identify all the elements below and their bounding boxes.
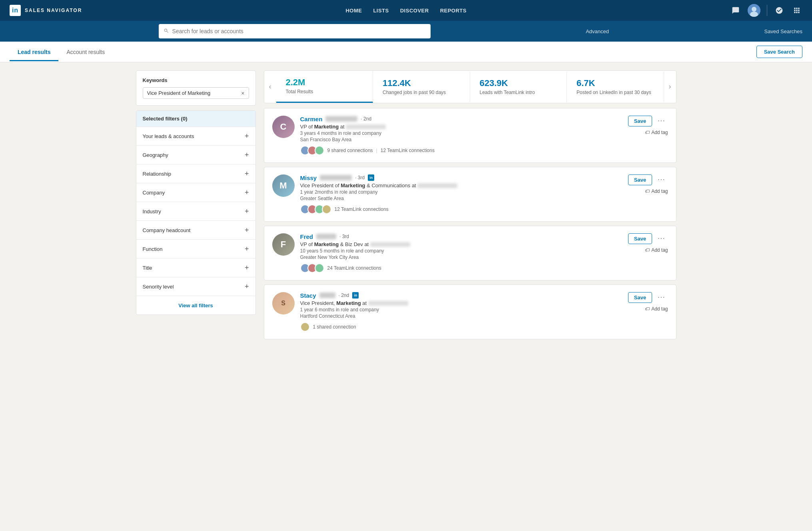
saved-searches-button[interactable]: Saved Searches — [764, 28, 802, 34]
search-input[interactable] — [172, 28, 426, 34]
conn-avatars-4 — [300, 322, 310, 332]
filter-seniority[interactable]: Senority level + — [136, 277, 255, 296]
add-tag-3-label: Add tag — [651, 247, 668, 253]
save-lead-3-button[interactable]: Save — [628, 233, 652, 244]
conn-avatar-1c — [315, 146, 324, 155]
lead-name-2[interactable]: Missy — [300, 174, 317, 181]
svg-point-1 — [752, 7, 756, 12]
advanced-button[interactable]: Advanced — [586, 28, 609, 34]
lead-company-blurred-1 — [346, 124, 386, 129]
filter-expand-relationship: + — [245, 170, 249, 177]
filter-function[interactable]: Function + — [136, 239, 255, 258]
keywords-clear-button[interactable]: × — [241, 90, 244, 96]
lead-card-3: F Fred · 3rd VP of Marketing & Biz Dev a… — [264, 226, 676, 281]
more-options-1-button[interactable]: ··· — [655, 116, 668, 126]
nav-reports[interactable]: REPORTS — [440, 6, 467, 15]
filter-label-industry: Industry — [143, 208, 161, 214]
lead-info-4: Stacy · 2nd in Vice President, Marketing… — [300, 292, 622, 332]
lead-connections-2: 12 TeamLink connections — [300, 204, 622, 214]
search-input-wrap[interactable] — [159, 24, 431, 38]
save-lead-1-button[interactable]: Save — [628, 116, 652, 126]
stat-posted-label: Posted on LinkedIn in past 30 days — [577, 90, 654, 96]
view-all-link[interactable]: View all filters — [178, 303, 213, 309]
filter-label-relationship: Relationship — [143, 171, 172, 177]
filter-your-leads[interactable]: Your leads & accounts + — [136, 126, 255, 145]
add-tag-4-button[interactable]: 🏷 Add tag — [645, 306, 668, 312]
lead-avatar-1: C — [272, 116, 295, 138]
save-lead-4-button[interactable]: Save — [628, 292, 652, 303]
lead-card-4: S Stacy · 2nd in Vice President, Marketi… — [264, 285, 676, 339]
filter-expand-title: + — [245, 264, 249, 271]
filter-headcount[interactable]: Company headcount + — [136, 220, 255, 239]
more-options-4-button[interactable]: ··· — [655, 292, 668, 303]
add-tag-1-button[interactable]: 🏷 Add tag — [645, 130, 668, 135]
lead-degree-2: · 3rd — [355, 175, 365, 180]
filter-title[interactable]: Title + — [136, 258, 255, 277]
more-options-2-button[interactable]: ··· — [655, 174, 668, 185]
logo-area[interactable]: in SALES NAVIGATOR — [10, 5, 82, 16]
lead-lastname-blurred-4 — [319, 293, 335, 298]
profile-icon[interactable] — [774, 5, 785, 16]
lead-tenure-4: 1 year 6 months in role and company — [300, 307, 622, 313]
filter-expand-headcount: + — [245, 226, 249, 234]
tag-icon-3: 🏷 — [645, 247, 650, 253]
lead-name-row-3: Fred · 3rd — [300, 233, 622, 240]
filter-expand-your-leads: + — [245, 132, 249, 140]
stat-changed-jobs-number: 112.4K — [383, 78, 460, 88]
filter-expand-industry: + — [245, 208, 249, 215]
conn-avatar-3c — [315, 263, 324, 273]
tab-lead-results[interactable]: Lead results — [10, 42, 58, 61]
li-badge-2: in — [368, 174, 374, 181]
keywords-input[interactable] — [147, 90, 239, 96]
linkedin-logo: in — [10, 5, 21, 16]
filter-label-title: Title — [143, 265, 152, 271]
stat-changed-jobs[interactable]: 112.4K Changed jobs in past 90 days — [373, 72, 470, 102]
save-lead-2-button[interactable]: Save — [628, 174, 652, 185]
lead-connections-3: 24 TeamLink connections — [300, 263, 622, 273]
action-top-row-2: Save ··· — [628, 174, 668, 185]
stat-total-label: Total Results — [286, 89, 363, 95]
tab-account-results[interactable]: Account results — [58, 42, 113, 61]
filter-industry[interactable]: Industry + — [136, 202, 255, 220]
tabs-bar: Lead results Account results Save Search — [0, 42, 812, 62]
lead-card-2: M Missy · 3rd in Vice President of Marke… — [264, 167, 676, 222]
stat-teamlink[interactable]: 623.9K Leads with TeamLink intro — [470, 72, 567, 102]
lead-actions-2: Save ··· 🏷 Add tag — [628, 174, 668, 214]
add-tag-2-button[interactable]: 🏷 Add tag — [645, 188, 668, 194]
add-tag-3-button[interactable]: 🏷 Add tag — [645, 247, 668, 253]
lead-card-1: C Carmen · 2nd VP of Marketing at 3 year… — [264, 108, 676, 163]
chat-icon[interactable] — [730, 5, 741, 16]
nav-lists[interactable]: LISTS — [373, 6, 389, 15]
lead-name-1[interactable]: Carmen — [300, 116, 323, 122]
filter-relationship[interactable]: Relationship + — [136, 164, 255, 183]
add-tag-1-label: Add tag — [651, 130, 668, 135]
user-avatar[interactable] — [748, 4, 760, 17]
lead-lastname-blurred-2 — [320, 175, 352, 180]
lead-tenure-3: 10 years 5 months in role and company — [300, 248, 622, 254]
stats-prev-arrow[interactable]: ‹ — [264, 82, 276, 91]
grid-icon[interactable] — [791, 5, 802, 16]
keywords-input-wrap[interactable]: × — [143, 87, 249, 99]
conn-avatars-1 — [300, 146, 324, 155]
lead-info-1: Carmen · 2nd VP of Marketing at 3 years … — [300, 116, 622, 155]
stat-posted[interactable]: 6.7K Posted on LinkedIn in past 30 days — [567, 72, 664, 102]
lead-degree-3: · 3rd — [339, 234, 349, 239]
nav-discover[interactable]: DISCOVER — [400, 6, 429, 15]
sidebar: Keywords × Selected filters (0) Your lea… — [136, 70, 256, 343]
lead-name-3[interactable]: Fred — [300, 233, 313, 240]
lead-name-4[interactable]: Stacy — [300, 292, 316, 299]
view-all-filters[interactable]: View all filters — [136, 296, 255, 315]
more-options-3-button[interactable]: ··· — [655, 233, 668, 244]
filter-company[interactable]: Company + — [136, 183, 255, 202]
filter-label-geography: Geography — [143, 152, 168, 158]
filter-geography[interactable]: Geography + — [136, 145, 255, 164]
stat-total[interactable]: 2.2M Total Results — [276, 71, 373, 103]
tag-icon-2: 🏷 — [645, 188, 650, 194]
add-tag-4-label: Add tag — [651, 306, 668, 312]
nav-home[interactable]: HOME — [345, 6, 362, 15]
stats-next-arrow[interactable]: › — [664, 82, 676, 91]
lead-lastname-blurred-1 — [325, 116, 357, 122]
lead-avatar-3: F — [272, 233, 295, 256]
save-search-button[interactable]: Save Search — [756, 46, 802, 58]
lead-tenure-1: 3 years 4 months in role and company — [300, 130, 622, 136]
